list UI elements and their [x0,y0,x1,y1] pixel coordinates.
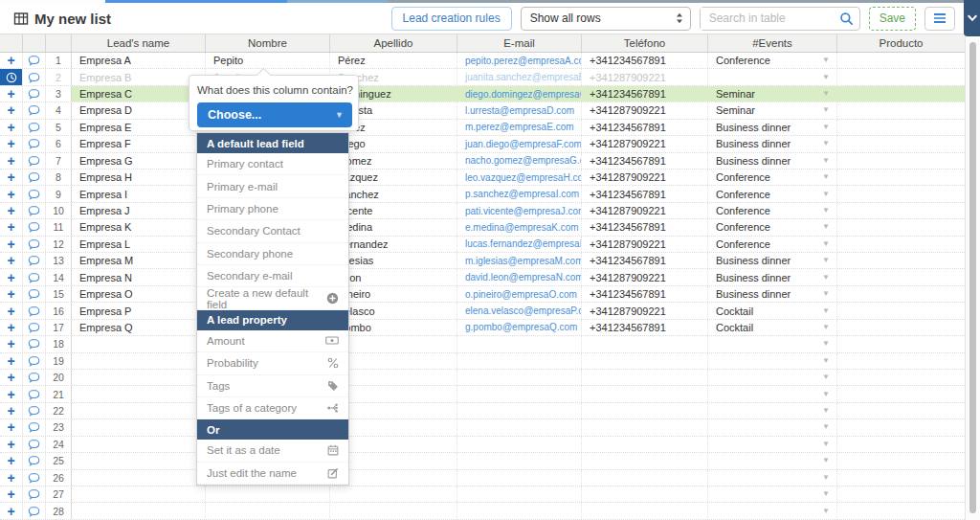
comment-button[interactable] [23,170,46,185]
cell-events-dropdown[interactable]: ▼ [708,503,837,518]
cell-email[interactable] [457,386,582,401]
cell-producto[interactable] [837,203,965,218]
add-lead-button[interactable]: + [0,86,23,102]
cell-telefono[interactable]: +341234567891 [582,286,708,302]
comment-button[interactable] [23,86,46,102]
comment-button[interactable] [23,219,46,235]
menu-item-create-a-new-default-field[interactable]: Create a new default field [197,287,348,309]
comment-button[interactable] [23,453,46,468]
cell-email[interactable]: o.pineiro@empresaO.com [457,286,582,302]
comment-button[interactable] [23,53,46,68]
comment-button[interactable] [23,370,46,385]
cell-telefono[interactable] [582,453,708,468]
choose-dropdown-button[interactable]: Choose... ▼ [197,102,352,127]
cell-events-dropdown[interactable]: Business dinner▼ [708,253,837,268]
cell-email[interactable]: g.pombo@empresaQ.com [457,320,582,335]
comment-button[interactable] [23,203,46,218]
save-button[interactable]: Save [869,7,916,31]
cell-telefono[interactable]: +341234567891 [582,219,708,235]
cell-producto[interactable] [837,136,965,151]
cell-producto[interactable] [837,69,965,84]
cell-lead-name[interactable]: Empresa E [72,120,206,135]
column-header-apellido[interactable]: Apellido [330,34,457,52]
cell-lead-name[interactable]: Empresa G [72,153,206,169]
column-header-lead-name[interactable]: Lead's name [72,34,206,52]
comment-button[interactable] [23,419,46,435]
add-lead-button[interactable]: + [0,136,23,151]
cell-email[interactable]: juan.diego@empresaF.com [457,136,582,151]
menu-item-amount[interactable]: Amount [197,330,348,352]
cell-nombre[interactable] [206,486,330,502]
comment-button[interactable] [23,437,46,452]
cell-email[interactable]: p.sanchez@empresaI.com [457,186,582,201]
cell-email[interactable] [457,470,582,486]
cell-email[interactable]: nacho.gomez@empresaG.com [457,153,582,169]
cell-lead-name[interactable] [72,336,206,351]
menu-item-tags[interactable]: Tags [197,375,348,397]
add-lead-button[interactable]: + [0,286,23,302]
cell-events-dropdown[interactable]: ▼ [708,336,837,351]
cell-events-dropdown[interactable]: ▼ [708,453,837,468]
column-header-events[interactable]: #Events [708,34,837,52]
add-lead-button[interactable]: + [0,120,23,135]
menu-item-tags-of-a-category[interactable]: Tags of a category [197,397,348,419]
add-lead-button[interactable]: + [0,486,23,502]
vertical-scrollbar[interactable] [965,36,980,520]
cell-events-dropdown[interactable]: ▼ [708,486,837,502]
cell-telefono[interactable]: +341287909221 [582,269,708,284]
cell-producto[interactable] [837,320,965,335]
cell-telefono[interactable] [582,419,708,435]
cell-lead-name[interactable]: Empresa Q [72,320,206,335]
cell-lead-name[interactable]: Empresa F [72,136,206,151]
cell-lead-name[interactable] [72,353,206,369]
cell-producto[interactable] [837,186,965,201]
cell-email[interactable] [457,403,582,418]
cell-lead-name[interactable]: Empresa N [72,269,206,284]
cell-producto[interactable] [837,53,965,68]
cell-telefono[interactable]: +341287909221 [582,102,708,118]
menu-item-secondary-phone[interactable]: Secondary phone [197,243,348,265]
cell-producto[interactable] [837,219,965,235]
cell-email[interactable]: m.perez@empresaE.com [457,120,582,135]
cell-telefono[interactable] [582,336,708,351]
cell-lead-name[interactable]: Empresa P [72,303,206,318]
cell-events-dropdown[interactable]: Business dinner▼ [708,153,837,169]
cell-events-dropdown[interactable]: Business dinner▼ [708,136,837,151]
cell-lead-name[interactable]: Empresa J [72,203,206,218]
comment-button[interactable] [23,503,46,518]
cell-producto[interactable] [837,437,965,452]
comment-button[interactable] [23,353,46,369]
cell-email[interactable] [457,370,582,385]
cell-producto[interactable] [837,386,965,401]
cell-lead-name[interactable] [72,470,206,486]
add-lead-button[interactable]: + [0,370,23,385]
cell-producto[interactable] [837,86,965,102]
cell-producto[interactable] [837,353,965,369]
search-button[interactable] [835,8,859,30]
add-lead-button[interactable]: + [0,403,23,418]
cell-email[interactable]: leo.vazquez@empresaH.com [457,170,582,185]
collapse-panel-tab[interactable] [964,0,980,36]
comment-button[interactable] [23,269,46,284]
comment-button[interactable] [23,120,46,135]
cell-email[interactable]: lucas.fernandez@empresaL.c... [457,237,582,252]
cell-events-dropdown[interactable]: Cocktail▼ [708,320,837,335]
comment-button[interactable] [23,303,46,318]
cell-lead-name[interactable]: Empresa K [72,219,206,235]
menu-item-primary-phone[interactable]: Primary phone [197,198,348,220]
cell-lead-name[interactable] [72,370,206,385]
cell-events-dropdown[interactable]: Seminar▼ [708,102,837,118]
cell-email[interactable]: juanita.sanchez@empresaB.c... [457,69,582,84]
cell-email[interactable]: pati.vicente@empresaJ.com [457,203,582,218]
menu-item-primary-contact[interactable]: Primary contact [197,153,348,175]
cell-telefono[interactable]: +341287909221 [582,170,708,185]
add-lead-button[interactable]: + [0,303,23,318]
search-input[interactable] [701,8,835,30]
add-lead-button[interactable]: + [0,386,23,401]
add-lead-button[interactable]: + [0,219,23,235]
cell-events-dropdown[interactable]: Conference▼ [708,53,837,68]
cell-producto[interactable] [837,336,965,351]
cell-producto[interactable] [837,269,965,284]
lead-created-indicator[interactable] [0,69,23,84]
hamburger-menu-button[interactable] [924,7,955,31]
